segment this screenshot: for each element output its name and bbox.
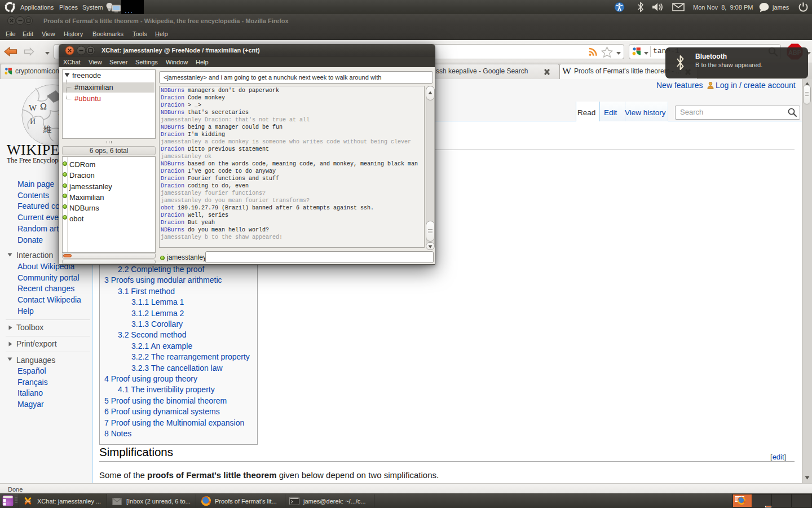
svg-text:W: W <box>29 103 37 112</box>
svg-text:Ω: Ω <box>40 102 47 111</box>
svg-text:維: 維 <box>43 125 52 134</box>
svg-text:И: И <box>30 117 36 126</box>
svg-text:chat: chat <box>25 500 31 503</box>
